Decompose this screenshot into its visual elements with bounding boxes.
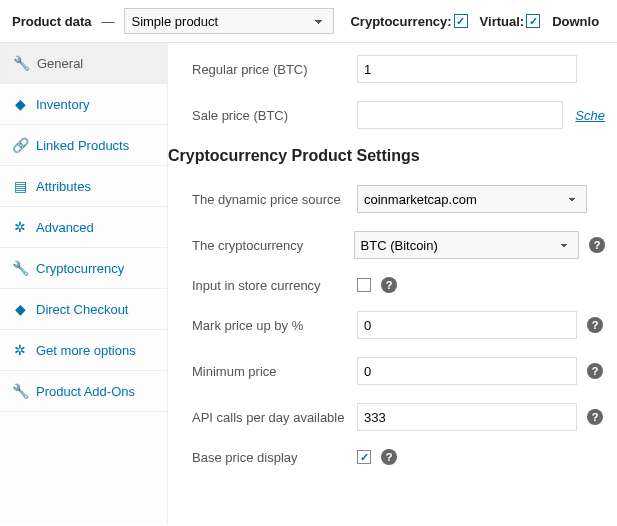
- sparkle-icon: ✲: [12, 342, 28, 358]
- header-toggles: Cryptocurrency: Virtual: Downlo: [350, 14, 599, 29]
- help-icon[interactable]: ?: [381, 277, 397, 293]
- help-icon[interactable]: ?: [381, 449, 397, 465]
- link-icon: 🔗: [12, 137, 28, 153]
- help-icon[interactable]: ?: [587, 317, 603, 333]
- tab-label: Advanced: [36, 220, 94, 235]
- crypto-settings-title: Cryptocurrency Product Settings: [168, 147, 605, 165]
- cryptocurrency-field-label: The cryptocurrency: [192, 238, 354, 253]
- tab-product-addons[interactable]: 🔧 Product Add-Ons: [0, 371, 167, 412]
- minimum-price-label: Minimum price: [192, 364, 357, 379]
- tab-cryptocurrency[interactable]: 🔧 Cryptocurrency: [0, 248, 167, 289]
- diamond-icon: ◆: [12, 301, 28, 317]
- help-icon[interactable]: ?: [589, 237, 605, 253]
- base-price-display-checkbox[interactable]: [357, 450, 371, 464]
- tab-label: General: [37, 56, 83, 71]
- product-data-label: Product data: [12, 14, 91, 29]
- regular-price-input[interactable]: [357, 55, 577, 83]
- product-data-header: Product data — Simple product Cryptocurr…: [0, 0, 617, 43]
- tab-attributes[interactable]: ▤ Attributes: [0, 166, 167, 207]
- general-panel: Regular price (BTC) Sale price (BTC) Sch…: [168, 43, 617, 525]
- wrench-icon: 🔧: [12, 260, 28, 276]
- sale-price-label: Sale price (BTC): [192, 108, 357, 123]
- minimum-price-input[interactable]: [357, 357, 577, 385]
- wrench-icon: 🔧: [12, 383, 28, 399]
- help-icon[interactable]: ?: [587, 363, 603, 379]
- input-store-currency-checkbox[interactable]: [357, 278, 371, 292]
- price-source-select[interactable]: coinmarketcap.com: [357, 185, 587, 213]
- tab-label: Cryptocurrency: [36, 261, 124, 276]
- cryptocurrency-select[interactable]: BTC (Bitcoin): [354, 231, 580, 259]
- tab-label: Attributes: [36, 179, 91, 194]
- cryptocurrency-label: Cryptocurrency:: [350, 14, 451, 29]
- tab-label: Direct Checkout: [36, 302, 128, 317]
- virtual-label: Virtual:: [480, 14, 525, 29]
- api-calls-label: API calls per day available: [192, 410, 357, 425]
- tab-label: Get more options: [36, 343, 136, 358]
- sale-price-input[interactable]: [357, 101, 563, 129]
- input-store-currency-label: Input in store currency: [192, 278, 357, 293]
- gear-icon: ✲: [12, 219, 28, 235]
- regular-price-label: Regular price (BTC): [192, 62, 357, 77]
- product-type-select[interactable]: Simple product: [124, 8, 334, 34]
- markup-label: Mark price up by %: [192, 318, 357, 333]
- tab-advanced[interactable]: ✲ Advanced: [0, 207, 167, 248]
- tab-general[interactable]: 🔧 General: [0, 43, 167, 84]
- list-icon: ▤: [12, 178, 28, 194]
- price-source-label: The dynamic price source: [192, 192, 357, 207]
- markup-input[interactable]: [357, 311, 577, 339]
- dash: —: [101, 14, 114, 29]
- product-tabs: 🔧 General ◆ Inventory 🔗 Linked Products …: [0, 43, 168, 525]
- wrench-icon: 🔧: [13, 55, 29, 71]
- base-price-display-label: Base price display: [192, 450, 357, 465]
- diamond-icon: ◆: [12, 96, 28, 112]
- tab-label: Inventory: [36, 97, 89, 112]
- schedule-link[interactable]: Sche: [575, 108, 605, 123]
- cryptocurrency-checkbox[interactable]: [454, 14, 468, 28]
- tab-inventory[interactable]: ◆ Inventory: [0, 84, 167, 125]
- tab-get-more-options[interactable]: ✲ Get more options: [0, 330, 167, 371]
- tab-direct-checkout[interactable]: ◆ Direct Checkout: [0, 289, 167, 330]
- virtual-checkbox[interactable]: [526, 14, 540, 28]
- help-icon[interactable]: ?: [587, 409, 603, 425]
- tab-label: Product Add-Ons: [36, 384, 135, 399]
- tab-linked-products[interactable]: 🔗 Linked Products: [0, 125, 167, 166]
- tab-label: Linked Products: [36, 138, 129, 153]
- api-calls-input[interactable]: [357, 403, 577, 431]
- downloadable-label: Downlo: [552, 14, 599, 29]
